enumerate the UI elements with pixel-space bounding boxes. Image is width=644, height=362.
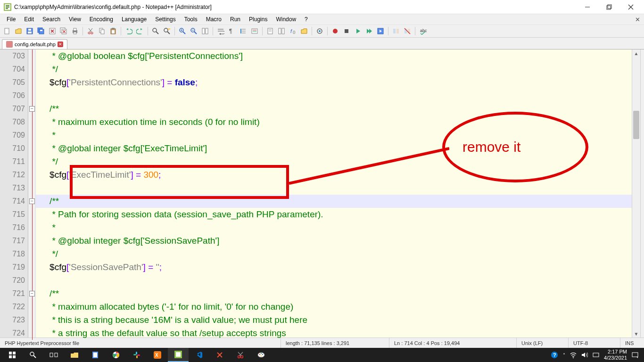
minimize-button[interactable] bbox=[581, 2, 594, 12]
zoom-out-button[interactable] bbox=[189, 26, 199, 36]
save-macro-button[interactable] bbox=[375, 26, 386, 36]
xampp-button[interactable]: X bbox=[147, 348, 168, 362]
tab-close-icon[interactable]: ✕ bbox=[58, 41, 63, 47]
menu-run[interactable]: Run bbox=[226, 15, 244, 24]
menu-language[interactable]: Language bbox=[118, 15, 150, 24]
udl-button[interactable] bbox=[249, 26, 260, 36]
code-line[interactable]: * @global integer $cfg['ExecTimeLimit'] bbox=[36, 142, 632, 155]
code-line[interactable]: /** bbox=[36, 102, 632, 115]
menu-encoding[interactable]: Encoding bbox=[86, 15, 117, 24]
doc-map-button[interactable] bbox=[265, 26, 275, 36]
paste-button[interactable] bbox=[108, 26, 118, 36]
zoom-in-button[interactable] bbox=[177, 26, 188, 36]
code-line[interactable]: * @global boolean $cfg['PersistentConnec… bbox=[36, 49, 632, 63]
wordwrap-button[interactable] bbox=[215, 26, 226, 36]
search-button[interactable] bbox=[23, 348, 43, 362]
wifi-icon[interactable] bbox=[570, 352, 577, 358]
maximize-button[interactable] bbox=[603, 2, 616, 12]
code-line[interactable] bbox=[36, 89, 632, 102]
tray-chevron-icon[interactable]: ˄ bbox=[563, 353, 565, 358]
menu-search[interactable]: Search bbox=[39, 15, 64, 24]
code-line[interactable]: * a string as the default value so that … bbox=[36, 327, 632, 340]
snipping-button[interactable] bbox=[230, 348, 251, 362]
notepadpp-button[interactable] bbox=[168, 348, 189, 362]
code-line[interactable]: */ bbox=[36, 63, 632, 76]
copy-button[interactable] bbox=[97, 26, 107, 36]
help-icon[interactable]: ? bbox=[551, 351, 558, 359]
menu-window[interactable]: Window bbox=[272, 15, 300, 24]
save-button[interactable] bbox=[25, 26, 35, 36]
volume-icon[interactable] bbox=[581, 352, 588, 358]
code-line[interactable]: $cfg['PersistentConnections'] = false; bbox=[36, 76, 632, 89]
show-all-chars-button[interactable]: ¶ bbox=[227, 26, 237, 36]
code-line[interactable]: * bbox=[36, 129, 632, 142]
chrome-button[interactable] bbox=[106, 348, 126, 362]
menu-tools[interactable]: Tools bbox=[181, 15, 201, 24]
git-button[interactable] bbox=[209, 348, 230, 362]
new-file-button[interactable] bbox=[2, 26, 12, 36]
tab-config-default[interactable]: config.default.php ✕ bbox=[2, 39, 67, 49]
file-explorer-button[interactable] bbox=[64, 348, 85, 362]
close-button[interactable] bbox=[624, 2, 637, 12]
fold-column[interactable] bbox=[28, 49, 36, 337]
spellcheck-button[interactable]: abc bbox=[418, 26, 428, 36]
menu-plugins[interactable]: Plugins bbox=[245, 15, 271, 24]
vertical-scrollbar[interactable]: ▲ ▼ bbox=[632, 49, 640, 337]
clock[interactable]: 2:17 PM 4/23/2021 bbox=[604, 349, 627, 361]
play-multi-button[interactable] bbox=[364, 26, 374, 36]
menu-edit[interactable]: Edit bbox=[20, 15, 38, 24]
scrollbar-thumb[interactable] bbox=[633, 111, 639, 139]
cut-button[interactable] bbox=[85, 26, 96, 36]
menu-macro[interactable]: Macro bbox=[202, 15, 225, 24]
code-line[interactable]: * bbox=[36, 221, 632, 234]
save-all-button[interactable] bbox=[36, 26, 46, 36]
folder-workspace-button[interactable] bbox=[299, 26, 309, 36]
code-line[interactable]: * Path for storing session data (session… bbox=[36, 208, 632, 221]
play-macro-button[interactable] bbox=[353, 26, 363, 36]
undo-button[interactable] bbox=[124, 26, 134, 36]
code-line[interactable]: /** bbox=[36, 287, 632, 300]
scroll-up-icon[interactable]: ▲ bbox=[632, 49, 640, 57]
code-line[interactable]: * this is a string because '16M' is a va… bbox=[36, 313, 632, 327]
menubar-close-icon[interactable]: ✕ bbox=[635, 16, 640, 23]
code-line[interactable]: */ bbox=[36, 247, 632, 261]
code-line[interactable] bbox=[36, 181, 632, 195]
func-list-button[interactable]: f() bbox=[288, 26, 298, 36]
scroll-down-icon[interactable]: ▼ bbox=[632, 330, 640, 337]
code-line[interactable]: * @global integer $cfg['SessionSavePath'… bbox=[36, 234, 632, 247]
stop-macro-button[interactable] bbox=[341, 26, 352, 36]
menu-settings[interactable]: Settings bbox=[151, 15, 179, 24]
redo-button[interactable] bbox=[135, 26, 145, 36]
code-line[interactable]: $cfg['ExecTimeLimit'] = 300; bbox=[36, 168, 632, 181]
record-macro-button[interactable] bbox=[330, 26, 340, 36]
editor[interactable]: 7037047057067077087097107117127137147157… bbox=[0, 49, 644, 337]
vscode-button[interactable] bbox=[189, 348, 209, 362]
print-button[interactable] bbox=[70, 26, 80, 36]
code-line[interactable]: * maximum execution time in seconds (0 f… bbox=[36, 115, 632, 129]
code-line[interactable]: */ bbox=[36, 155, 632, 168]
close-file-button[interactable] bbox=[47, 26, 58, 36]
lang-icon[interactable] bbox=[593, 352, 599, 358]
open-file-button[interactable] bbox=[13, 26, 24, 36]
monitor-button[interactable] bbox=[314, 26, 325, 36]
slack-button[interactable] bbox=[126, 348, 147, 362]
menu-file[interactable]: File bbox=[3, 15, 19, 24]
notifications-icon[interactable] bbox=[632, 352, 638, 358]
code-area[interactable]: remove it * @global boolean $cfg['Persis… bbox=[36, 49, 632, 337]
code-line[interactable] bbox=[36, 274, 632, 287]
close-all-button[interactable] bbox=[58, 26, 69, 36]
clear-compare-button[interactable] bbox=[402, 26, 413, 36]
code-line[interactable]: $cfg['SessionSavePath'] = ''; bbox=[36, 261, 632, 274]
sync-scroll-button[interactable] bbox=[200, 26, 210, 36]
code-line[interactable]: /** bbox=[36, 195, 632, 208]
start-button[interactable] bbox=[2, 348, 23, 362]
system-tray[interactable]: ? ˄ 2:17 PM 4/23/2021 bbox=[551, 349, 642, 361]
paint-button[interactable] bbox=[251, 348, 272, 362]
menu-help[interactable]: ? bbox=[301, 15, 312, 24]
indent-guide-button[interactable] bbox=[238, 26, 248, 36]
code-line[interactable]: * maximum allocated bytes ('-1' for no l… bbox=[36, 300, 632, 313]
find-button[interactable] bbox=[150, 26, 161, 36]
doc-list-button[interactable] bbox=[276, 26, 287, 36]
menu-view[interactable]: View bbox=[65, 15, 85, 24]
notepad-task-button[interactable] bbox=[85, 348, 106, 362]
